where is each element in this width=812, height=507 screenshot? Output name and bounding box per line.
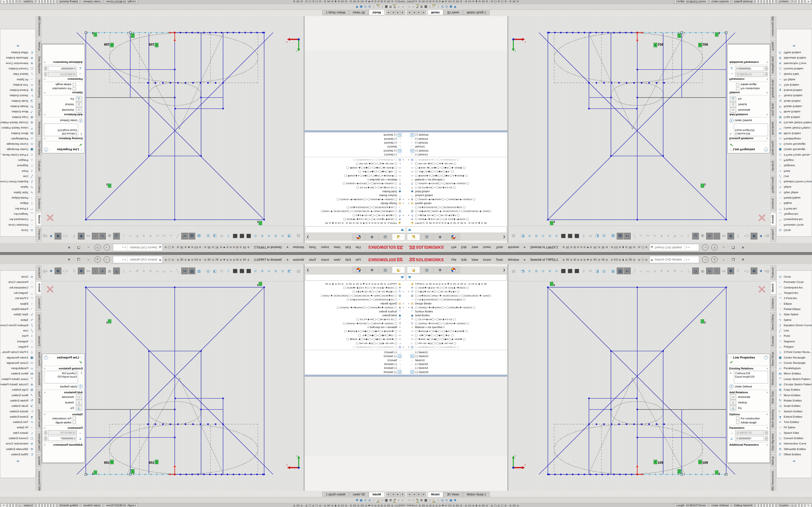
- tree-row[interactable]: ▭ ◯ ✚ИN◎♟∔◯✳◉I◯∘◯I◉✳◯∔♟◎NИ✚ ◯: [406, 329, 507, 333]
- tool-item[interactable]: ⊛ Circular Sketch Pattern: [776, 382, 812, 387]
- ok-check-icon[interactable]: ✔: [730, 360, 768, 364]
- tool-item[interactable]: ƒ Equation Driven Curve: [0, 323, 36, 328]
- toolbar-icon[interactable]: ▦: [610, 233, 616, 239]
- display-toolbar-icon[interactable]: ▦: [424, 498, 427, 502]
- toolbar-icon[interactable]: ⌙: [638, 268, 644, 274]
- markup-pen-icon[interactable]: ✎: [1, 503, 6, 507]
- tool-item[interactable]: ◇ 3 Point Center Recta...: [0, 349, 36, 355]
- toolbar-icon[interactable]: ⊥: [120, 268, 126, 274]
- tool-item[interactable]: ▭ Corner Rectangle: [0, 360, 36, 365]
- tree-row[interactable]: ∟ (-) Sketch5: [406, 362, 507, 366]
- toolbar-icon[interactable]: ↩: [624, 268, 631, 274]
- display-toolbar-icon[interactable]: ✱: [454, 498, 457, 502]
- tree-row[interactable]: ∟ (-) Sketch4: [406, 137, 507, 141]
- commandmanager-tab[interactable]: Weldments: [770, 119, 776, 137]
- toolbar-icon[interactable]: ∿: [99, 268, 106, 274]
- account-icon[interactable]: ◔: [702, 257, 708, 263]
- checkbox[interactable]: [736, 87, 739, 90]
- toolbar-icon[interactable]: ∧: [665, 233, 671, 239]
- toolbar-icon[interactable]: ▣: [699, 268, 706, 274]
- tool-item[interactable]: ⊛ Circular Sketch Pattern: [776, 120, 812, 125]
- more-tools-chevron-icon[interactable]: ≫: [776, 44, 812, 48]
- relation-badge-3a[interactable]: ⟋ 3: [715, 32, 720, 37]
- relation-entry[interactable]: Equal length109: [45, 375, 77, 378]
- tool-item[interactable]: ◔ Partial Ellipse: [0, 306, 36, 312]
- tree-row[interactable]: ▸ ▤ Design Binder: [406, 202, 507, 206]
- tree-row[interactable]: ▭ ◯ ∙◎✚◯✳◉I◯∘◯I◉✳◯✚◎∙ ◯: [305, 333, 406, 337]
- tab-configurationmanager[interactable]: ⊕: [365, 267, 378, 273]
- commandmanager-tab[interactable]: Weldments: [770, 370, 776, 388]
- toolbar-icon[interactable]: ⇩: [580, 233, 587, 239]
- toolbar-icon[interactable]: ⧈: [266, 268, 272, 274]
- menu-item[interactable]: View: [469, 245, 480, 250]
- toolbar-icon[interactable]: ▨: [189, 268, 195, 274]
- collapse-chevron-icon[interactable]: ∧: [44, 137, 46, 140]
- tool-item[interactable]: ○ Ellipse: [0, 301, 36, 306]
- toolbar-icon[interactable]: ⌁: [678, 268, 685, 274]
- toolbar-icon[interactable]: ·: [203, 233, 204, 239]
- add-relation-button[interactable]: —: [730, 108, 736, 113]
- collapse-chevron-icon[interactable]: ∧: [766, 137, 768, 140]
- tree-row[interactable]: ∟ ◯ ИN∘66∘♟◎◯∘◯◎♟∘66∘NИ ◯: [406, 162, 507, 166]
- toolbar-icon[interactable]: ◍: [205, 268, 211, 274]
- pin-icon[interactable]: ➤: [522, 245, 526, 249]
- relation-badge-3a[interactable]: ⟋ 3: [715, 470, 720, 475]
- tree-row[interactable]: ▭ ◯ ✚Ж66∘♟◯✳◉I◯∘◯I◉✳◯♟∘66Ж✚ ◯: [406, 337, 507, 341]
- drag-handle[interactable]: [725, 473, 727, 475]
- toolbar-icon[interactable]: ⟳: [218, 233, 225, 239]
- restore-button[interactable]: ❐: [75, 257, 83, 263]
- tree-row[interactable]: ∟ (-) Sketch5: [406, 141, 507, 145]
- tool-item[interactable]: ⇲ Scale Entities: [0, 99, 36, 104]
- toolbar-icon[interactable]: ◦: [92, 268, 99, 274]
- search-icon[interactable]: ⌕: [686, 258, 688, 262]
- toolbar-icon[interactable]: ↩: [624, 233, 631, 239]
- tool-item[interactable]: ┳ Extend Entities: [776, 414, 812, 419]
- toolbar-icon[interactable]: ⧇: [272, 268, 279, 274]
- checkbox[interactable]: [736, 417, 739, 420]
- tree-row[interactable]: ∟ (-) Sketch1: [406, 350, 507, 354]
- tree-filter-box[interactable]: [305, 226, 405, 233]
- search-icon[interactable]: ⌕: [124, 258, 126, 262]
- toolbar-icon[interactable]: ⧈: [280, 268, 286, 274]
- menu-item[interactable]: Window: [506, 257, 521, 263]
- tool-item[interactable]: ✂ Trim Entities: [776, 419, 812, 425]
- tree-row[interactable]: ▸ ↺ ◯ Λ♟◎✚ 2Ѕ∘Ж◯∘◯Ж∘2Ѕ ✚◎♟Λ ◯: [305, 213, 406, 217]
- tab-nav-button[interactable]: ◀: [396, 492, 400, 497]
- account-icon[interactable]: ◔: [104, 244, 110, 250]
- display-toolbar-icon[interactable]: ≣: [420, 498, 423, 502]
- tool-item[interactable]: ↻ Rotate Entities: [0, 398, 36, 403]
- tree-row[interactable]: ▸ ↺ ◯ Λ♟◎✚ 2Ѕ∘Ж◯∘◯Ж∘2Ѕ ✚◎♟Λ ◯: [406, 213, 507, 217]
- tab-nav-button[interactable]: ▶: [391, 492, 395, 497]
- tool-item[interactable]: ∿ Spline: [0, 317, 36, 322]
- relation-badge-3c[interactable]: ⟋ 3: [106, 320, 111, 324]
- toolbar-icon[interactable]: ✕: [658, 233, 665, 239]
- tool-item[interactable]: ≋ Intersection Curve: [776, 61, 812, 66]
- tool-item[interactable]: ◡ Tangent Arc: [776, 212, 812, 217]
- commandmanager-tab[interactable]: Mold Tools: [770, 101, 776, 118]
- panel-expand-chevron-icon[interactable]: ❯: [307, 268, 309, 272]
- checkbox[interactable]: [73, 421, 76, 424]
- close-button[interactable]: ✕: [65, 257, 73, 263]
- toolbar-icon[interactable]: ⌁: [127, 268, 134, 274]
- panel-expand-chevron-icon[interactable]: ❯: [307, 235, 309, 239]
- tool-item[interactable]: ╮ Sketch Fillet: [0, 71, 36, 77]
- display-toolbar-icon[interactable]: ✎: [393, 5, 396, 9]
- relation-badge-3a[interactable]: ⟋ 3: [92, 470, 97, 475]
- relation-badge-3c[interactable]: ⟋ 3: [701, 183, 706, 187]
- tool-item[interactable]: ⊙ Circle: [776, 274, 812, 279]
- tree-row[interactable]: Σ ◯ 2ЅИN◎∘✚АŬ¤ЗЕ◯∘◯ЗЕ¤ŬА✚∘◎NИ2Ѕ ◯: [406, 321, 507, 325]
- commandmanager-tab[interactable]: Sketch: [770, 281, 776, 294]
- toolbar-icon[interactable]: ⬛: [239, 233, 245, 239]
- tool-item[interactable]: ∿ Spline: [776, 317, 812, 322]
- toolbar-icon[interactable]: ▤: [295, 233, 302, 239]
- tree-row[interactable]: ∟ (-) Sketch1: [305, 153, 406, 157]
- tree-row[interactable]: ▸ ▤ ◯ 2ЅЗЕИNАŬ∔◯∘◯∔ŬАNИЗЕ2Ѕ ◯: [406, 345, 507, 349]
- sketch-entities[interactable]: [77, 287, 273, 474]
- tool-item[interactable]: ◠ 3 Point Arc: [776, 206, 812, 212]
- angle-spinner[interactable]: ▲▼: [44, 66, 47, 71]
- angle-spinner[interactable]: ▲▼: [765, 436, 768, 441]
- tool-item[interactable]: ∿ Style Spline: [776, 190, 812, 195]
- tab-nav-button[interactable]: ▶: [417, 492, 421, 497]
- tool-item[interactable]: ◻ Convert Entities: [0, 436, 36, 441]
- toolbar-icon[interactable]: ⧈: [540, 233, 546, 239]
